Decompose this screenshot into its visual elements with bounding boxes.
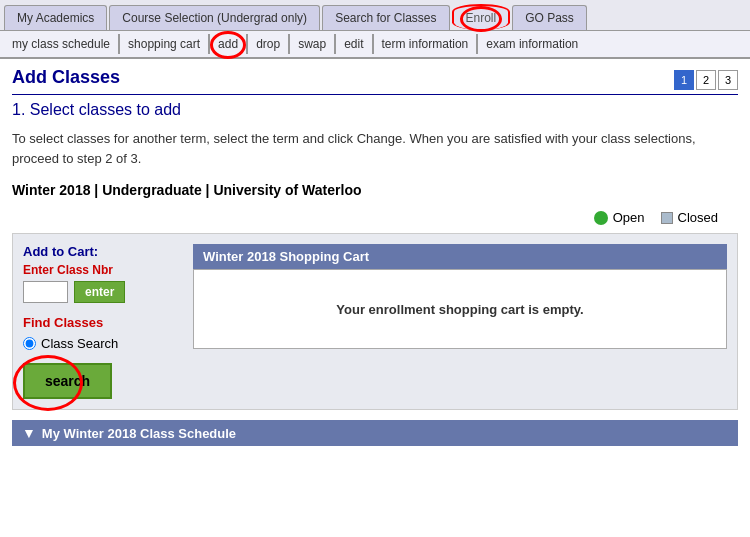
class-nbr-row: enter <box>23 281 183 303</box>
top-nav: My Academics Course Selection (Undergrad… <box>0 0 750 31</box>
section-divider <box>12 94 738 95</box>
page-title: Add Classes <box>12 67 738 88</box>
class-search-label: Class Search <box>41 336 118 351</box>
enroll-tab-label: Enroll <box>466 11 497 25</box>
legend-open: Open <box>594 210 645 225</box>
right-panel: Winter 2018 Shopping Cart Your enrollmen… <box>193 244 727 399</box>
enter-class-label: Enter Class Nbr <box>23 263 183 277</box>
cart-empty-message: Your enrollment shopping cart is empty. <box>193 269 727 349</box>
cart-header: Winter 2018 Shopping Cart <box>193 244 727 269</box>
find-classes-label: Find Classes <box>23 315 183 330</box>
main-layout: Add to Cart: Enter Class Nbr enter Find … <box>12 233 738 410</box>
sub-nav: my class schedule shopping cart add drop… <box>0 31 750 59</box>
term-info: Winter 2018 | Undergraduate | University… <box>12 182 738 198</box>
subnav-my-class-schedule[interactable]: my class schedule <box>4 34 120 54</box>
add-ring-wrapper: add <box>218 37 238 51</box>
bottom-bar-arrow-icon: ▼ <box>22 425 36 441</box>
tab-my-academics[interactable]: My Academics <box>4 5 107 30</box>
bottom-bar[interactable]: ▼ My Winter 2018 Class Schedule <box>12 420 738 446</box>
step-2: 2 <box>696 70 716 90</box>
instruction-text: To select classes for another term, sele… <box>12 129 738 168</box>
step-title: 1. Select classes to add <box>12 101 738 119</box>
subnav-add[interactable]: add <box>210 34 248 54</box>
add-to-cart-label: Add to Cart: <box>23 244 183 259</box>
search-button[interactable]: search <box>23 363 112 399</box>
subnav-term-information[interactable]: term information <box>374 34 479 54</box>
step-3: 3 <box>718 70 738 90</box>
step-indicator: 1 2 3 <box>674 70 738 90</box>
closed-box-icon <box>661 212 673 224</box>
tab-search-for-classes[interactable]: Search for Classes <box>322 5 449 30</box>
tab-course-selection[interactable]: Course Selection (Undergrad only) <box>109 5 320 30</box>
enroll-circle-wrapper: Enroll <box>466 11 497 25</box>
enter-button[interactable]: enter <box>74 281 125 303</box>
tab-go-pass[interactable]: GO Pass <box>512 5 587 30</box>
legend: Open Closed <box>12 210 738 225</box>
open-label: Open <box>613 210 645 225</box>
legend-closed: Closed <box>661 210 718 225</box>
open-dot-icon <box>594 211 608 225</box>
step-1: 1 <box>674 70 694 90</box>
class-search-radio[interactable] <box>23 337 36 350</box>
class-search-radio-row: Class Search <box>23 336 183 351</box>
add-label: add <box>218 37 238 51</box>
bottom-bar-label: My Winter 2018 Class Schedule <box>42 426 236 441</box>
subnav-swap[interactable]: swap <box>290 34 336 54</box>
subnav-shopping-cart[interactable]: shopping cart <box>120 34 210 54</box>
page-content: Add Classes 1 2 3 1. Select classes to a… <box>0 59 750 454</box>
subnav-edit[interactable]: edit <box>336 34 373 54</box>
class-nbr-input[interactable] <box>23 281 68 303</box>
subnav-exam-information[interactable]: exam information <box>478 34 586 54</box>
search-button-wrapper: search <box>23 363 112 399</box>
left-panel: Add to Cart: Enter Class Nbr enter Find … <box>23 244 183 399</box>
closed-label: Closed <box>678 210 718 225</box>
tab-enroll[interactable]: Enroll <box>452 4 511 30</box>
subnav-drop[interactable]: drop <box>248 34 290 54</box>
